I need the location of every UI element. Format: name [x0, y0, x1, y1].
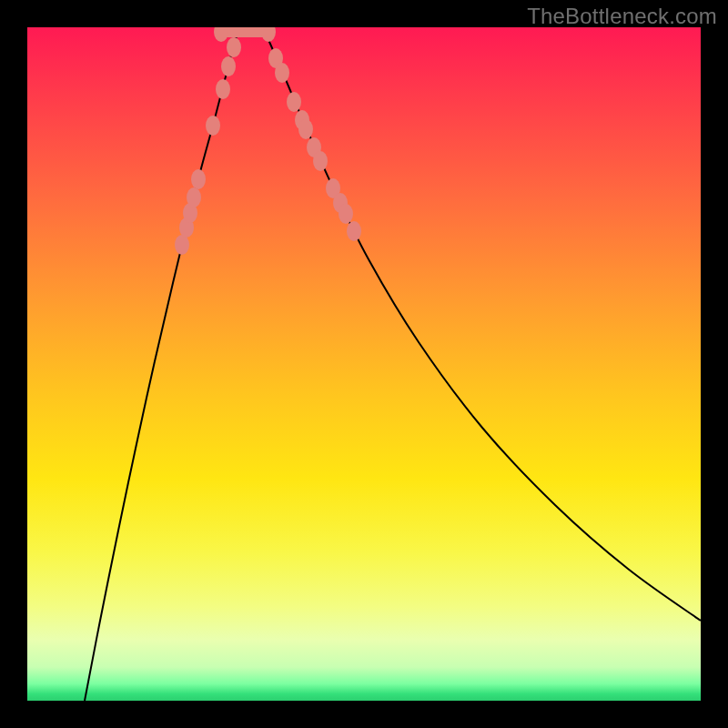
- data-marker: [206, 116, 220, 136]
- watermark-text: TheBottleneck.com: [527, 4, 717, 29]
- data-marker: [227, 37, 241, 57]
- marker-layer: [175, 27, 361, 255]
- data-marker: [275, 63, 289, 83]
- curve-layer: [27, 27, 701, 701]
- series-layer: [85, 30, 701, 701]
- plot-area: [27, 27, 701, 701]
- data-marker: [214, 27, 228, 42]
- series-bottleneck-curve-right: [264, 30, 701, 621]
- chart-frame: TheBottleneck.com: [0, 0, 728, 728]
- data-marker: [221, 56, 236, 76]
- data-marker: [191, 169, 206, 189]
- data-marker: [298, 119, 313, 139]
- data-marker: [187, 187, 201, 207]
- data-marker: [287, 92, 301, 112]
- data-marker: [175, 235, 189, 255]
- data-marker: [339, 204, 353, 224]
- data-marker: [347, 221, 361, 241]
- data-marker: [261, 27, 276, 42]
- data-marker: [313, 151, 328, 171]
- data-marker: [216, 79, 230, 99]
